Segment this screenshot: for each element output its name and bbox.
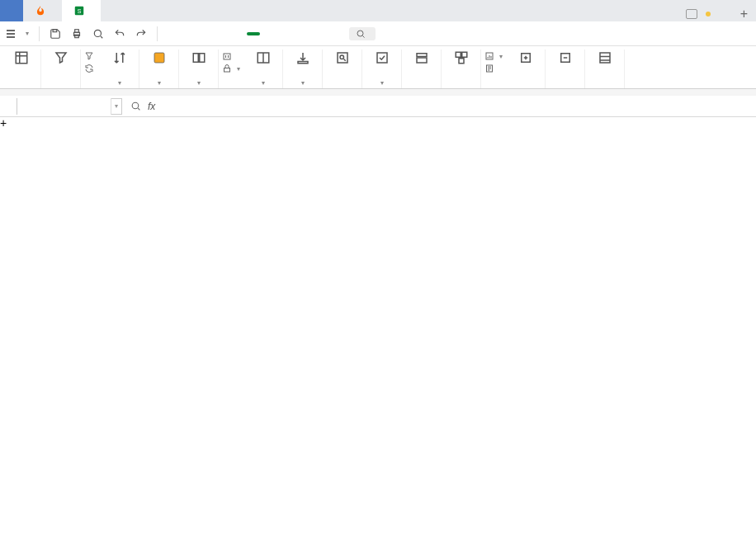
record-button[interactable] — [484, 64, 497, 73]
split-button[interactable] — [243, 50, 283, 88]
ribbon: ▾ ▾ — [0, 46, 756, 89]
menu-formula[interactable] — [229, 32, 235, 35]
reapply-button[interactable] — [84, 64, 97, 73]
autofilter-button[interactable] — [41, 50, 81, 88]
undo-icon[interactable] — [111, 25, 129, 43]
menu-data[interactable] — [247, 32, 260, 35]
highlight-label — [158, 77, 161, 88]
print-icon[interactable] — [68, 25, 86, 43]
consolidate-icon — [453, 50, 470, 66]
validity-icon — [374, 50, 390, 66]
fx-icon[interactable]: fx — [148, 101, 155, 112]
showall-button[interactable] — [84, 51, 97, 61]
svg-rect-11 — [199, 54, 204, 63]
highlight-dup-button[interactable] — [139, 50, 179, 88]
chart-icon — [484, 51, 494, 61]
analysis-options: ▾ — [481, 50, 506, 88]
menu-insert[interactable] — [192, 32, 199, 35]
menu-layout[interactable] — [210, 32, 217, 35]
tab-actions: + — [686, 7, 756, 21]
svg-point-29 — [132, 102, 139, 109]
zoom-icon[interactable] — [130, 101, 141, 111]
menu-review[interactable] — [272, 32, 278, 35]
svg-point-6 — [94, 30, 101, 36]
compare-label — [197, 77, 201, 88]
showall-icon — [84, 51, 94, 61]
filter-options — [81, 50, 100, 88]
svg-rect-8 — [16, 52, 27, 64]
svg-point-17 — [340, 55, 344, 59]
svg-rect-28 — [600, 53, 610, 63]
ribbon-tabs — [174, 27, 376, 40]
sort-button[interactable] — [100, 50, 139, 88]
svg-rect-16 — [338, 53, 347, 63]
separator — [157, 26, 158, 41]
menu-special[interactable] — [326, 32, 333, 35]
pivot-button[interactable] — [2, 50, 41, 88]
delete-icon — [222, 51, 232, 61]
menu-view[interactable] — [290, 32, 296, 35]
fill-button[interactable] — [283, 50, 323, 88]
svg-text:S: S — [78, 8, 82, 14]
group-cancel-button[interactable] — [546, 50, 585, 88]
delete-dup-button[interactable] — [222, 51, 234, 61]
validity-button[interactable] — [362, 50, 402, 88]
split-label — [262, 77, 265, 88]
compare-button[interactable] — [179, 50, 219, 88]
dropdown-icon — [413, 50, 430, 66]
consolidate-button[interactable] — [442, 50, 481, 88]
dropdown-button[interactable] — [402, 50, 442, 88]
redo-icon[interactable] — [132, 25, 150, 43]
form-icon — [484, 64, 494, 73]
menu-dev[interactable] — [308, 32, 314, 35]
svg-rect-4 — [75, 29, 79, 32]
reject-dup-button[interactable]: ▾ — [222, 64, 240, 73]
separator — [39, 26, 40, 41]
svg-rect-19 — [417, 54, 427, 57]
new-tab-button[interactable]: + — [740, 7, 748, 21]
fill-handle-cursor: + — [0, 117, 7, 129]
svg-rect-13 — [224, 68, 230, 73]
svg-rect-12 — [224, 54, 230, 59]
hamburger-icon[interactable] — [5, 28, 17, 40]
formula-input[interactable] — [163, 101, 756, 111]
sort-label — [118, 77, 121, 88]
group-icon — [517, 50, 534, 66]
window-icon[interactable] — [686, 9, 697, 19]
fill-label — [301, 77, 305, 88]
validity-label — [380, 77, 384, 88]
group-create-button[interactable] — [506, 50, 546, 88]
quick-access-bar — [0, 21, 756, 46]
menu-start[interactable] — [174, 32, 181, 35]
app-tabbar: S + — [0, 0, 756, 21]
tab-daoke[interactable] — [23, 0, 62, 21]
simulate-button[interactable]: ▾ — [484, 51, 503, 61]
subtotal-icon — [597, 50, 613, 66]
svg-rect-5 — [75, 35, 79, 38]
svg-rect-2 — [53, 29, 57, 31]
tab-spreadsheet[interactable]: S — [62, 0, 101, 21]
search-button[interactable] — [349, 27, 376, 40]
name-box[interactable] — [17, 98, 111, 115]
formula-icons: fx — [130, 101, 155, 112]
file-menu[interactable] — [20, 30, 32, 37]
dup-options: ▾ — [219, 50, 243, 88]
svg-rect-23 — [459, 59, 464, 64]
svg-rect-15 — [298, 62, 308, 64]
svg-rect-9 — [154, 53, 164, 63]
svg-rect-22 — [461, 52, 466, 57]
svg-rect-20 — [417, 58, 427, 63]
status-dot-icon — [706, 12, 711, 17]
preview-icon[interactable] — [89, 25, 107, 43]
subtotal-button[interactable] — [585, 50, 625, 88]
pivot-icon — [13, 50, 30, 66]
svg-rect-18 — [377, 53, 387, 63]
tab-home[interactable] — [0, 0, 23, 21]
ungroup-icon — [557, 50, 574, 66]
formula-bar: fx — [0, 96, 756, 117]
spreadsheet-grid[interactable]: + — [0, 117, 756, 533]
svg-rect-10 — [193, 54, 198, 63]
name-box-wrap[interactable] — [17, 98, 122, 115]
lookup-button[interactable] — [323, 50, 362, 88]
save-icon[interactable] — [46, 25, 64, 43]
